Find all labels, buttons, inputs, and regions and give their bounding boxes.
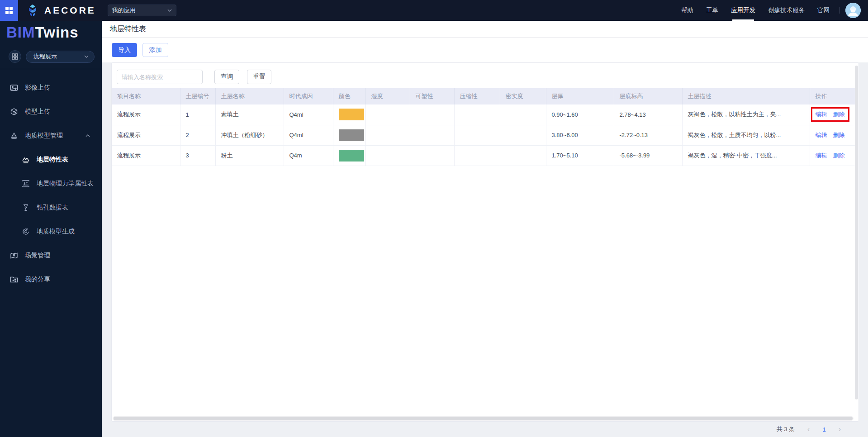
table-row: 流程展示 1 素填土 Q4ml 0.90~1.60 2.78~4.13 bbox=[112, 104, 856, 125]
cell-desc: 灰褐色，松散，以粘性土为主，夹... bbox=[682, 104, 810, 125]
edit-link[interactable]: 编辑 bbox=[816, 132, 827, 138]
sidebar-subitem-strata-physics-props[interactable]: 地层物理力学属性表 bbox=[0, 171, 102, 195]
grid-icon bbox=[12, 53, 18, 60]
col-plasticity: 可塑性 bbox=[410, 88, 454, 104]
strata-chart-icon bbox=[22, 156, 30, 164]
cell-thickness: 0.90~1.60 bbox=[546, 104, 614, 125]
col-compressibility: 压缩性 bbox=[454, 88, 500, 104]
topbar-item-app-dev[interactable]: 应用开发 bbox=[725, 0, 762, 21]
my-share-icon bbox=[10, 276, 18, 284]
col-project-name: 项目名称 bbox=[112, 88, 180, 104]
reset-button[interactable]: 重置 bbox=[247, 70, 271, 84]
project-select-dropdown[interactable]: 流程展示 bbox=[26, 51, 95, 63]
col-soil-desc: 土层描述 bbox=[682, 88, 810, 104]
cell-density bbox=[500, 145, 546, 166]
sidebar: BIMTwins 流程展示 影像上传 bbox=[0, 21, 102, 437]
delete-link[interactable]: 删除 bbox=[833, 132, 845, 138]
cell-no: 2 bbox=[180, 125, 215, 145]
cell-humidity bbox=[365, 125, 410, 145]
color-swatch bbox=[339, 150, 364, 162]
col-color: 颜色 bbox=[333, 88, 365, 104]
topbar-item-workorder[interactable]: 工单 bbox=[700, 0, 725, 21]
sidebar-subitem-strata-characteristics[interactable]: 地层特性表 bbox=[0, 147, 102, 171]
cell-name: 素填土 bbox=[215, 104, 284, 125]
sidebar-item-my-share[interactable]: 我的分享 bbox=[0, 267, 102, 291]
cell-color bbox=[333, 145, 365, 166]
sidebar-item-geology-model-manage[interactable]: 地质模型管理 bbox=[0, 124, 102, 147]
chevron-down-icon bbox=[167, 9, 172, 12]
horizontal-scrollbar-track[interactable] bbox=[113, 416, 854, 421]
cell-project: 流程展示 bbox=[112, 125, 180, 145]
main-content: 地层特性表 导入 添加 查询 重置 bbox=[102, 21, 868, 437]
topbar-item-official-site[interactable]: 官网 bbox=[811, 0, 836, 21]
next-page-button[interactable]: › bbox=[839, 426, 841, 433]
cell-no: 3 bbox=[180, 145, 215, 166]
search-input[interactable] bbox=[117, 70, 203, 84]
current-page[interactable]: 1 bbox=[822, 426, 825, 433]
brand-name: AECORE bbox=[44, 5, 96, 16]
col-soil-name: 土层名称 bbox=[215, 88, 284, 104]
sidebar-subitem-borehole-data[interactable]: 钻孔数据表 bbox=[0, 195, 102, 219]
module-grid-button[interactable] bbox=[9, 50, 21, 63]
add-button[interactable]: 添加 bbox=[142, 43, 168, 57]
user-avatar[interactable] bbox=[845, 3, 861, 18]
cell-desc: 褐灰色，松散，土质不均匀，以粉... bbox=[682, 125, 810, 145]
horizontal-scrollbar-thumb[interactable] bbox=[114, 417, 853, 420]
total-count: 共 3 条 bbox=[777, 425, 795, 433]
search-row: 查询 重置 bbox=[112, 63, 859, 84]
topbar-item-help[interactable]: 帮助 bbox=[675, 0, 700, 21]
chevron-down-icon bbox=[84, 55, 89, 58]
cell-project: 流程展示 bbox=[112, 104, 180, 125]
topbar-item-create-tech-service[interactable]: 创建技术服务 bbox=[762, 0, 811, 21]
model-generate-icon bbox=[22, 228, 30, 236]
color-swatch bbox=[339, 109, 364, 120]
cell-era: Q4m bbox=[284, 145, 333, 166]
color-swatch bbox=[339, 129, 364, 141]
strata-table: 项目名称 土层编号 土层名称 时代成因 颜色 湿度 可塑性 压缩性 密实度 层厚 bbox=[112, 88, 856, 166]
sidebar-item-scene-manage[interactable]: 场景管理 bbox=[0, 243, 102, 267]
model-upload-icon bbox=[10, 108, 18, 116]
cell-desc: 褐灰色，湿，稍密-中密，干强度... bbox=[682, 145, 810, 166]
topbar-divider bbox=[840, 7, 840, 14]
sidebar-subitem-label: 钻孔数据表 bbox=[37, 204, 68, 212]
app-launcher-button[interactable] bbox=[0, 0, 18, 21]
image-upload-icon bbox=[10, 84, 18, 92]
sidebar-item-model-upload[interactable]: 模型上传 bbox=[0, 100, 102, 124]
highlight-annotation-box: 编辑删除 bbox=[811, 107, 849, 122]
cell-color bbox=[333, 104, 365, 125]
col-era-genesis: 时代成因 bbox=[284, 88, 333, 104]
sidebar-subitem-label: 地层物理力学属性表 bbox=[37, 180, 94, 188]
table-row: 流程展示 2 冲填土（粉细砂） Q4ml 3.80~6.00 -2.7 bbox=[112, 125, 856, 145]
delete-link[interactable]: 删除 bbox=[833, 111, 845, 118]
cell-elevation: -2.72~0.13 bbox=[614, 125, 682, 145]
prev-page-button[interactable]: ‹ bbox=[807, 426, 810, 433]
topbar-menu: 帮助 工单 应用开发 创建技术服务 官网 bbox=[675, 0, 836, 21]
cell-plasticity bbox=[410, 145, 454, 166]
cell-name: 粉土 bbox=[215, 145, 284, 166]
col-thickness: 层厚 bbox=[546, 88, 614, 104]
cell-plasticity bbox=[410, 104, 454, 125]
brand-logo: AECORE bbox=[26, 4, 96, 17]
cell-elevation: 2.78~4.13 bbox=[614, 104, 682, 125]
logo-bim: BIM bbox=[6, 24, 35, 41]
app-select-dropdown[interactable]: 我的应用 bbox=[108, 5, 176, 16]
edit-link[interactable]: 编辑 bbox=[816, 111, 827, 118]
cell-actions: 编辑删除 bbox=[810, 145, 856, 166]
scene-manage-icon bbox=[10, 252, 18, 260]
project-select-value: 流程展示 bbox=[33, 52, 84, 61]
logo-twins: Twins bbox=[35, 24, 79, 41]
query-button[interactable]: 查询 bbox=[214, 70, 239, 84]
vertical-scrollbar[interactable] bbox=[855, 66, 858, 399]
cell-era: Q4ml bbox=[284, 104, 333, 125]
import-button[interactable]: 导入 bbox=[112, 43, 137, 57]
sidebar-item-image-upload[interactable]: 影像上传 bbox=[0, 76, 102, 100]
col-actions: 操作 bbox=[810, 88, 856, 104]
page-title: 地层特性表 bbox=[110, 24, 146, 34]
cell-plasticity bbox=[410, 125, 454, 145]
cell-humidity bbox=[365, 104, 410, 125]
sidebar-subitem-geology-model-generate[interactable]: 地质模型生成 bbox=[0, 219, 102, 243]
cell-thickness: 1.70~5.10 bbox=[546, 145, 614, 166]
delete-link[interactable]: 删除 bbox=[833, 152, 845, 159]
edit-link[interactable]: 编辑 bbox=[816, 152, 827, 159]
table-header: 项目名称 土层编号 土层名称 时代成因 颜色 湿度 可塑性 压缩性 密实度 层厚 bbox=[112, 88, 856, 104]
